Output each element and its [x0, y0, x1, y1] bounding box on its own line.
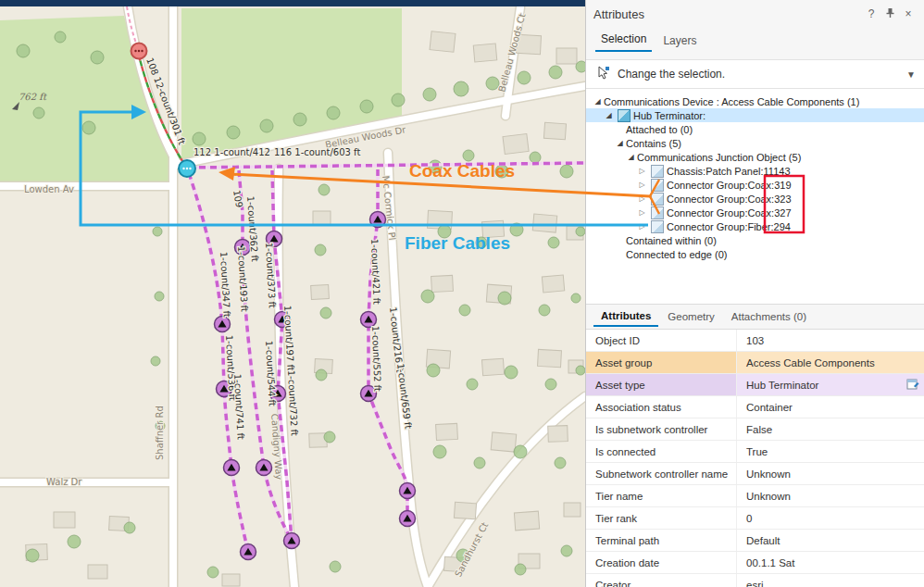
attr-row-is-subnetwork-controller[interactable]: Is subnetwork controller False [586, 418, 924, 441]
expander-icon[interactable] [636, 181, 648, 189]
tree-item-chassis-patch-panel[interactable]: Chassis:Patch Panel:11143 [586, 164, 924, 178]
junction-feature-icon [651, 193, 664, 206]
scale-label: 762 ft [19, 92, 47, 102]
field-name: Subnetwork controller name [586, 463, 736, 484]
pane-header: Attributes ? × [586, 0, 924, 28]
tree-item-attached-to[interactable]: Attached to (0) [586, 122, 924, 136]
pane-title: Attributes [593, 7, 862, 21]
field-value: 0 [746, 513, 752, 524]
tree-item-label: Connector Group:Fiber:294 [667, 221, 791, 232]
tab-attributes[interactable]: Attributes [593, 306, 658, 327]
tree-item-junction-object[interactable]: Communications Junction Object (5) [586, 150, 924, 164]
field-name: Tier rank [586, 507, 736, 529]
map-view[interactable]: Lowden Av Walz Dr Shaffner Rd Belleau Wo… [0, 0, 585, 587]
tree-item-connector-coax-323[interactable]: Connector Group:Coax:323 [586, 192, 924, 206]
pin-icon[interactable] [880, 7, 899, 21]
attr-row-object-id[interactable]: Object ID 103 [586, 330, 924, 352]
attr-row-asset-group[interactable]: Asset group Access Cable Components [586, 352, 924, 374]
attr-row-is-connected[interactable]: Is connected True [586, 441, 924, 463]
attr-row-creation-date[interactable]: Creation date 00.1.1 Sat [586, 552, 924, 574]
tree-item-label: Hub Terminator: [633, 110, 705, 121]
tab-geometry[interactable]: Geometry [660, 307, 722, 326]
junction-feature-icon [651, 179, 664, 192]
tab-attachments[interactable]: Attachments (0) [724, 307, 814, 326]
spacer [586, 52, 924, 59]
tree-item-label: Communications Device : Access Cable Com… [604, 96, 859, 107]
expander-icon[interactable] [603, 111, 615, 119]
hub-terminator-point[interactable] [179, 160, 195, 177]
attr-row-asset-type[interactable]: Asset type Hub Terminator [586, 374, 924, 396]
field-value: 103 [746, 335, 764, 346]
asset-type-form-icon[interactable] [906, 378, 919, 393]
field-name: Is connected [586, 441, 736, 462]
field-value: Access Cable Components [746, 357, 875, 368]
attribute-table: Object ID 103 Asset group Access Cable C… [586, 330, 924, 587]
tree-item-label: Connected to edge (0) [626, 249, 727, 260]
field-value: True [746, 446, 768, 457]
tree-item-label: Attached to (0) [626, 124, 693, 135]
close-icon[interactable]: × [899, 7, 918, 20]
pane-tabs: Selection Layers [586, 28, 924, 52]
field-name: Is subnetwork controller [586, 418, 736, 440]
field-value: Hub Terminator [746, 380, 818, 391]
field-name: Asset type [586, 374, 736, 395]
expander-icon[interactable] [636, 208, 648, 217]
field-name: Object ID [586, 330, 736, 351]
detail-tabs: Attributes Geometry Attachments (0) [586, 304, 924, 330]
expander-icon[interactable] [614, 139, 626, 147]
tree-item-hub-terminator[interactable]: Hub Terminator: [586, 108, 924, 122]
change-selection-bar[interactable]: Change the selection. ▼ [586, 59, 924, 89]
change-selection-label: Change the selection. [618, 68, 725, 81]
tree-item-label: Connector Group:Coax:327 [667, 207, 792, 219]
attr-row-tier-rank[interactable]: Tier rank 0 [586, 507, 924, 530]
junction-feature-icon [651, 165, 664, 178]
tree-item-label: Connector Group:Coax:319 [667, 180, 792, 191]
splice-device-point[interactable] [131, 44, 147, 59]
tree-item-connector-coax-319[interactable]: Connector Group:Coax:319 [586, 178, 924, 192]
tree-item-contained-within[interactable]: Contained within (0) [586, 233, 924, 247]
cable-label: 112 1-count/412 [194, 147, 270, 157]
expander-icon[interactable] [636, 167, 648, 175]
tree-item-label: Contains (5) [626, 138, 681, 149]
tab-layers[interactable]: Layers [657, 31, 702, 52]
field-value: False [746, 424, 772, 435]
attr-row-subnetwork-controller-name[interactable]: Subnetwork controller name Unknown [586, 463, 924, 485]
junction-feature-icon [651, 206, 664, 219]
tree-item-connected-to-edge[interactable]: Connected to edge (0) [586, 247, 924, 261]
selection-tree: Communications Device : Access Cable Com… [586, 89, 924, 304]
road-label-walz: Walz Dr [46, 477, 82, 487]
field-name: Terminal path [586, 530, 736, 551]
attr-row-tier-name[interactable]: Tier name Unknown [586, 485, 924, 507]
attr-row-association-status[interactable]: Association status Container [586, 396, 924, 418]
field-value: 00.1.1 Sat [746, 557, 794, 568]
road-label-lowden: Lowden Av [24, 184, 74, 194]
tree-item-label: Chassis:Patch Panel:11143 [667, 166, 791, 177]
expander-icon[interactable] [636, 222, 648, 231]
tree-item-label: Connector Group:Coax:323 [667, 194, 792, 205]
field-name: Creation date [586, 552, 736, 573]
tree-item-connector-coax-327[interactable]: Connector Group:Coax:327 [586, 206, 924, 219]
tree-item-contains[interactable]: Contains (5) [586, 136, 924, 150]
field-value: esri [746, 580, 764, 587]
chevron-down-icon[interactable]: ▼ [906, 69, 916, 80]
tree-item-label: Communications Junction Object (5) [637, 152, 801, 163]
help-icon[interactable]: ? [862, 7, 880, 20]
road-label-shaffner: Shaffner Rd [155, 406, 165, 460]
field-name: Creator [586, 574, 736, 587]
junction-feature-icon [651, 220, 664, 233]
field-name: Tier name [586, 485, 736, 506]
tree-item-communications-device[interactable]: Communications Device : Access Cable Com… [586, 94, 924, 108]
field-name: Association status [586, 396, 736, 418]
tab-selection[interactable]: Selection [595, 30, 652, 52]
expander-icon[interactable] [592, 97, 604, 106]
change-selection-icon [595, 66, 610, 83]
tree-item-connector-fiber-294[interactable]: Connector Group:Fiber:294 [586, 219, 924, 233]
cable-label: 116 1-count/603 ft [274, 147, 360, 157]
field-value: Unknown [746, 491, 791, 502]
expander-icon[interactable] [636, 194, 648, 203]
device-feature-icon [618, 109, 631, 122]
attr-row-terminal-path[interactable]: Terminal path Default [586, 530, 924, 552]
attr-row-creator[interactable]: Creator esri [586, 574, 924, 587]
expander-icon[interactable] [625, 153, 637, 161]
window-top-edge [0, 0, 585, 6]
